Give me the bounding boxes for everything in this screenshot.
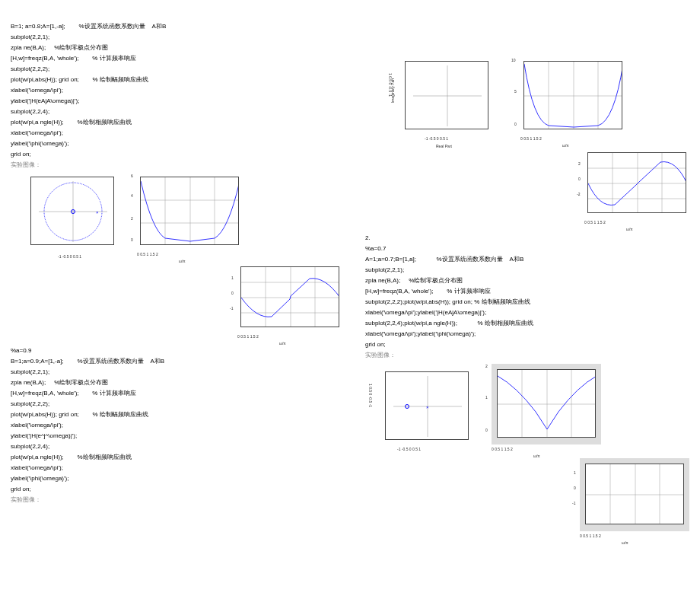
code-line: zpla ne(B,A); %绘制零极点分布图 (365, 276, 692, 286)
code-line: xlabel('\omega/\pi');ylabel('|H(eAjA\ome… (365, 307, 692, 318)
code-line: subplot(2,2,2); (11, 64, 345, 75)
figure-caption: 实验图像： (365, 350, 692, 361)
code-line: xlabel('\omega/\pi'); (11, 420, 345, 431)
code-block-3: %a=0.7 A=1;a=0.7;B=[1,a]; %设置系统函数系数向量 A和… (365, 244, 692, 361)
code-line: subplot(2,2,4); (11, 107, 345, 117)
code-line: plot(w/pi,a ngle(H)); %绘制相频响应曲线 (11, 117, 345, 128)
figure-set-2: 1 0.5 0 -0.5 -1 -1 -0.5 0 0.5 1 Real Par… (365, 58, 692, 218)
zplane-chart: 1 0.5 0 -0.5 -1 -1 -0.5 0 0.5 1 Real Par… (402, 58, 492, 134)
code-line: [H,w]=freqz(B,A, 'whole'); % 计算频率响应 (11, 53, 345, 64)
code-block-1: B=1; a=0.8;A=[1,-a]; %设置系统函数系数向量 A和B sub… (11, 21, 345, 170)
zplane-chart: × -1 -0.5 0 0.5 1 (27, 174, 117, 250)
code-line: xlabel('\omega/\pi'); (11, 463, 345, 473)
code-block-2: %a=0.9 B=1;a=0.9;A=[1,-a]; %设置系统函数系数向量 A… (11, 346, 345, 505)
zplane-chart: × 1 0.5 0 -0.5 -1 -1 -0.5 0 0.5 1 (382, 368, 472, 444)
figure-caption: 实验图像： (11, 160, 345, 170)
svg-text:×: × (426, 405, 429, 409)
code-line: subplot(2,2,1); (11, 367, 345, 378)
code-line: subplot(2,2,2); (11, 399, 345, 409)
section-heading: 2. (365, 233, 692, 244)
code-line: plot(w/pi,abs(H)); grid on; % 绘制幅频响应曲线 (11, 409, 345, 420)
phase-chart: 1 0 -1 0 0.5 1 1.5 2 ω/π (580, 458, 689, 531)
figure-caption: 实验图像： (11, 495, 345, 505)
code-line: B=1; a=0.8;A=[1,-a]; %设置系统函数系数向量 A和B (11, 21, 345, 32)
magnitude-chart: 10 5 0 0 0.5 1 1.5 2 ω/π (520, 58, 625, 134)
code-line: subplot(2,2,4);plot(w/pi,a ngle(H)); % 绘… (365, 318, 692, 329)
code-line: zpla ne(B,A); %绘制零极点分布图 (11, 378, 345, 388)
svg-text:×: × (96, 210, 99, 215)
code-line: ylabel('|H(e^j^\omega)|'); (11, 431, 345, 441)
code-line: B=1;a=0.9;A=[1,-a]; %设置系统函数系数向量 A和B (11, 356, 345, 367)
code-line: [H,w]=freqz(B,A, 'whole'); % 计算频率响应 (365, 286, 692, 297)
phase-chart: 2 0 -2 0 0.5 1 1.5 2 ω/π (584, 149, 689, 218)
code-line: [H,w]=freqz(B,A, 'whole'); % 计算频率响应 (11, 388, 345, 399)
code-line: %a=0.9 (11, 346, 345, 356)
code-line: ylabel('\phi(\omega)'); (11, 473, 345, 484)
code-line: subplot(2,2,1); (11, 32, 345, 43)
code-line: ylabel('|H(eAjA\omega)|'); (11, 96, 345, 107)
code-line: subplot(2,2,2);plot(w/pi,abs(H)); grid o… (365, 297, 692, 307)
code-line: xlabel('\omega/\pi'); (11, 128, 345, 139)
code-line: plot(w/pi,abs(H)); grid on; % 绘制幅频响应曲线 (11, 75, 345, 85)
code-line: xlabel('\omega/\pi'); (11, 85, 345, 96)
magnitude-chart: 2 1 0 0 0.5 1 1.5 2 ω/π (492, 364, 601, 444)
code-line: xlabel('\omega/\pi');ylabel('\phi(\omega… (365, 329, 692, 339)
code-line: A=1;a=0.7;B=[1,a]; %设置系统函数系数向量 A和B (365, 254, 692, 265)
code-line: grid on; (11, 484, 345, 495)
magnitude-chart: 6 4 2 0 0 0.5 1 1.5 2 ω/π (137, 174, 242, 250)
svg-line-40 (586, 480, 684, 495)
code-line: grid on; (365, 339, 692, 350)
code-line: zpla ne(B,A); %绘制零极点分布图 (11, 43, 345, 53)
code-line: ylabel('\phi(\omega)'); (11, 139, 345, 149)
code-line: subplot(2,2,1); (365, 265, 692, 276)
figure-set-1: × -1 -0.5 0 0.5 1 6 4 2 0 0 0.5 1 (11, 174, 345, 332)
code-line: %a=0.7 (365, 244, 692, 254)
figure-set-3: × 1 0.5 0 -0.5 -1 -1 -0.5 0 0.5 1 2 1 0 … (365, 364, 692, 531)
code-line: subplot(2,2,4); (11, 441, 345, 452)
code-line: plot(w/pi,a ngle(H)); %绘制相频响应曲线 (11, 452, 345, 463)
phase-chart: 1 0 -1 0 0.5 1 1.5 2 ω/π (237, 263, 342, 332)
code-line: grid on; (11, 149, 345, 160)
